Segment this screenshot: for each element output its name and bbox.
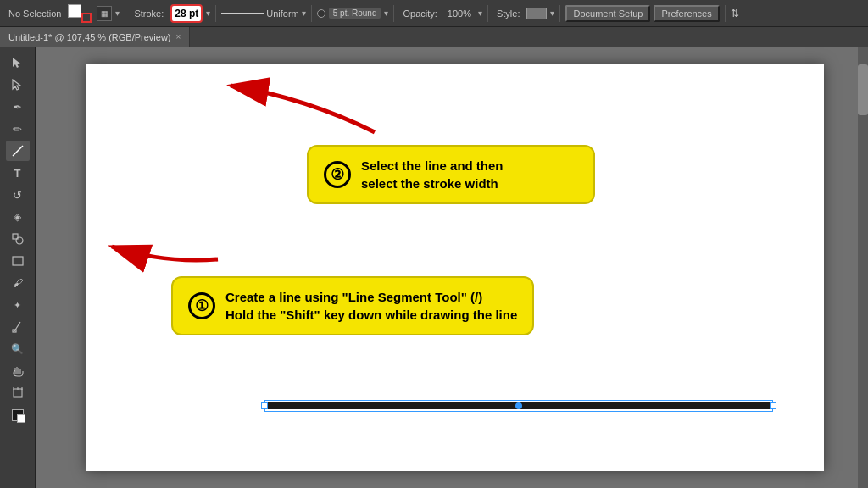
style-preview (526, 8, 547, 19)
bubble-number-1: ① (188, 292, 215, 319)
bubble-text-2: Select the line and thenselect the strok… (361, 157, 504, 192)
tab-close-button[interactable]: × (176, 32, 181, 42)
zoom-tool[interactable]: 🔍 (6, 339, 30, 359)
blob-brush-tool[interactable]: ✦ (6, 295, 30, 315)
pen-tool[interactable]: ✒ (6, 97, 30, 117)
arrow-down-4: ▾ (384, 8, 388, 18)
scroll-thumb[interactable] (858, 64, 868, 115)
instruction-bubble-1: ① Create a line using "Line Segment Tool… (171, 276, 534, 336)
opacity-label: Opacity: (399, 7, 440, 20)
tab-title: Untitled-1* @ 107,45 % (RGB/Preview) (8, 32, 171, 42)
style-label: Style: (493, 7, 524, 20)
line-right-handle (770, 402, 776, 409)
selected-line-container (264, 393, 773, 419)
selection-label: No Selection (5, 7, 64, 20)
selection-tool[interactable] (6, 53, 30, 73)
arrow-down-3: ▾ (302, 8, 306, 18)
eraser-tool[interactable]: ◈ (6, 207, 30, 227)
divider-4 (393, 5, 394, 22)
direct-selection-tool[interactable] (6, 75, 30, 95)
type-tool[interactable]: T (6, 163, 30, 183)
svg-marker-0 (13, 58, 20, 68)
shape-builder-tool[interactable] (6, 229, 30, 249)
eyedropper-tool[interactable] (6, 317, 30, 337)
main-layout: ✒ ✏ T ↺ ◈ 🖌 ✦ 🔍 (0, 47, 868, 488)
hand-tool[interactable] (6, 361, 30, 381)
top-toolbar: No Selection ▦ ▾ Stroke: 28 pt ▾ Uniform… (0, 0, 868, 27)
line-style-selector[interactable]: Uniform ▾ (221, 8, 306, 19)
stroke-box[interactable] (81, 13, 92, 23)
instruction-bubble-2: ② Select the line and thenselect the str… (307, 145, 595, 204)
opacity-value[interactable]: 100% (444, 7, 475, 20)
stroke-value-input[interactable]: 28 pt (170, 4, 203, 23)
icon-btn-1[interactable]: ▦ (97, 6, 112, 21)
line-style-label: Uniform (266, 8, 299, 19)
svg-line-2 (13, 146, 23, 156)
pencil-tool[interactable]: ✏ (6, 119, 30, 139)
fill-stroke-widget[interactable] (68, 4, 92, 23)
fill-color-box[interactable] (6, 405, 30, 425)
arrow-down-5: ▾ (478, 8, 482, 18)
bubble-text-1: Create a line using "Line Segment Tool" … (225, 288, 517, 324)
rotate-tool[interactable]: ↺ (6, 185, 30, 205)
artboard-tool[interactable] (6, 383, 30, 403)
cap-selector[interactable]: 5 pt. Round (329, 8, 381, 19)
arrow-down-1: ▾ (115, 8, 120, 18)
divider-7 (725, 5, 726, 22)
rectangle-tool[interactable] (6, 251, 30, 271)
tab-main[interactable]: Untitled-1* @ 107,45 % (RGB/Preview) × (0, 27, 190, 47)
tab-bar: Untitled-1* @ 107,45 % (RGB/Preview) × (0, 27, 868, 47)
canvas-document: ② Select the line and thenselect the str… (86, 64, 824, 471)
divider-3 (311, 5, 312, 22)
line-preview (221, 13, 264, 14)
paintbrush-tool[interactable]: 🖌 (6, 273, 30, 293)
fill-box[interactable] (68, 4, 81, 18)
svg-point-4 (16, 237, 23, 244)
svg-marker-1 (13, 80, 20, 90)
stroke-label: Stroke: (131, 7, 167, 20)
arrow-down-6: ▾ (550, 8, 554, 18)
bubble-number-2: ② (324, 161, 351, 188)
preferences-button[interactable]: Preferences (654, 5, 719, 22)
document-setup-button[interactable]: Document Setup (565, 5, 650, 22)
canvas-area: ② Select the line and thenselect the str… (36, 47, 868, 488)
cap-dot (317, 9, 326, 18)
svg-rect-5 (13, 257, 23, 265)
arrange-icon: ⇅ (731, 8, 739, 19)
divider-1 (125, 5, 125, 22)
svg-rect-8 (14, 389, 22, 397)
left-toolbar: ✒ ✏ T ↺ ◈ 🖌 ✦ 🔍 (0, 47, 36, 488)
line-segment-tool[interactable] (6, 141, 30, 161)
vertical-scrollbar[interactable] (858, 47, 868, 488)
line-left-handle (261, 402, 268, 409)
divider-6 (559, 5, 560, 22)
divider-5 (487, 5, 488, 22)
divider-2 (215, 5, 216, 22)
line-center-handle (515, 402, 522, 409)
arrow-down-2: ▾ (206, 8, 210, 18)
